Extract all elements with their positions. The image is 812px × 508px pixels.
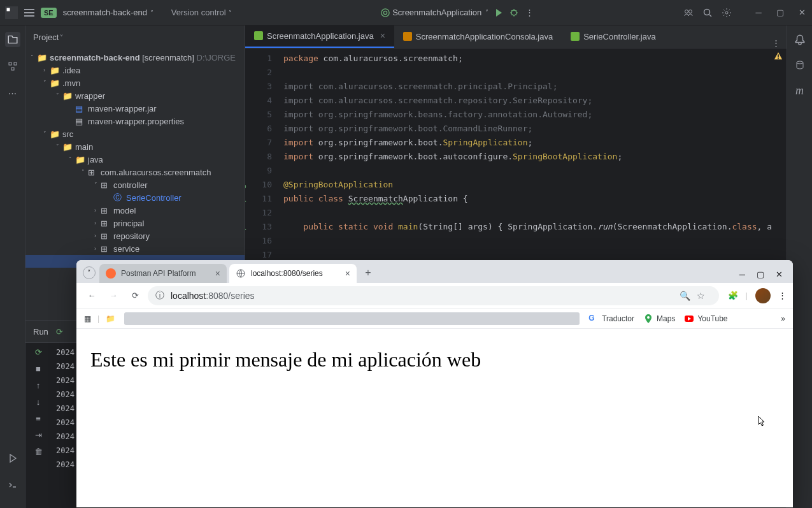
settings-icon[interactable] — [722, 8, 732, 18]
soft-wrap-icon[interactable]: ≡ — [33, 413, 43, 423]
rerun-icon[interactable]: ⟳ — [55, 326, 65, 337]
svg-rect-7 — [9, 62, 11, 65]
tree-maven-jar[interactable]: ▤maven-wrapper.jar — [25, 102, 245, 115]
more-tools-icon[interactable]: ⋯ — [5, 85, 20, 101]
run-tool-icon[interactable] — [5, 451, 20, 466]
browser-tab-postman[interactable]: Postman API Platform × — [99, 264, 227, 283]
page-body-text: Este es mi primir mensaje de mi aplicaci… — [90, 348, 481, 371]
close-icon[interactable]: ✕ — [797, 8, 807, 18]
bookmark-traductor[interactable]: GTraductor — [588, 314, 634, 324]
warning-icon — [774, 52, 783, 61]
tabs-more-icon[interactable]: ⋮ — [766, 38, 787, 48]
browser-window: ˅ Postman API Platform × localhost:8080/… — [76, 260, 793, 507]
site-info-icon[interactable]: ⓘ — [155, 290, 164, 301]
terminal-tool-icon[interactable] — [5, 477, 20, 493]
extensions-icon[interactable]: 🧩 — [728, 291, 738, 300]
editor-tab-screenmatch-app[interactable]: ScreenmatchApplication.java× — [245, 25, 394, 48]
code-with-me-icon[interactable] — [683, 8, 694, 18]
zoom-icon[interactable]: 🔍 — [680, 291, 690, 301]
se-badge: SE — [41, 8, 57, 18]
rerun-icon[interactable]: ⟳ — [33, 347, 43, 357]
mouse-cursor-icon — [758, 416, 767, 430]
svg-point-5 — [704, 9, 710, 15]
tree-controller[interactable]: ˅⊞controller — [25, 178, 245, 191]
database-icon[interactable] — [792, 57, 808, 73]
run-icon[interactable] — [494, 8, 504, 18]
minimize-icon[interactable]: ─ — [753, 8, 764, 18]
project-tool-icon[interactable] — [5, 32, 20, 47]
browser-tab-localhost[interactable]: localhost:8080/series × — [229, 264, 357, 283]
reload-icon[interactable]: ⟳ — [126, 287, 144, 305]
tree-model[interactable]: ›⊞model — [25, 204, 245, 217]
bookmarks-overflow-icon[interactable]: » — [781, 314, 785, 323]
left-tool-rail: ⋯ — [0, 25, 25, 508]
app-icon — [5, 6, 18, 19]
structure-tool-icon[interactable] — [5, 59, 20, 74]
search-icon[interactable] — [702, 8, 713, 18]
tree-main[interactable]: ˅📁main — [25, 140, 245, 153]
editor-tab-serie-controller[interactable]: SerieController.java — [562, 25, 664, 48]
svg-point-4 — [689, 10, 692, 13]
scroll-end-icon[interactable]: ⇥ — [33, 430, 43, 440]
tree-repository[interactable]: ›⊞repository — [25, 229, 245, 242]
notifications-icon[interactable] — [792, 32, 808, 47]
run-panel-title: Run — [33, 327, 48, 337]
tab-close-icon[interactable]: × — [380, 31, 385, 41]
svg-rect-1 — [7, 8, 10, 11]
tree-idea[interactable]: ›📁.idea — [25, 64, 245, 76]
apps-grid-icon[interactable]: ▦ — [84, 314, 91, 323]
browser-close-icon[interactable]: ✕ — [776, 270, 783, 279]
address-bar[interactable]: ⓘ localhost:8080/series 🔍 ☆ — [148, 286, 719, 305]
more-actions-icon[interactable]: ⋮ — [524, 8, 534, 18]
titlebar: SE screenmatch-back-end ˅ Version contro… — [0, 0, 812, 25]
bookmark-maps[interactable]: Maps — [643, 314, 675, 324]
editor-tab-consola[interactable]: ScreenmatchApplicationConsola.java — [394, 25, 562, 48]
svg-point-12 — [797, 61, 803, 64]
editor-tabs: ScreenmatchApplication.java× Screenmatch… — [245, 25, 787, 48]
tree-java[interactable]: ˅📁java — [25, 153, 245, 166]
browser-toolbar: ← → ⟳ ⓘ localhost:8080/series 🔍 ☆ 🧩 | ⋮ — [76, 283, 793, 308]
tree-package[interactable]: ˅⊞com.aluracursos.screenmatch — [25, 166, 245, 178]
run-config-dropdown[interactable]: ScreenmatchApplication ˅ — [381, 8, 488, 17]
tree-principal[interactable]: ›⊞principal — [25, 217, 245, 229]
profile-avatar[interactable] — [755, 288, 771, 303]
browser-tab-strip: ˅ Postman API Platform × localhost:8080/… — [76, 260, 793, 283]
browser-tab-search-icon[interactable]: ˅ — [83, 266, 96, 279]
project-panel-header[interactable]: Project ˅ — [25, 25, 245, 48]
tree-serie-controller[interactable]: ⒸSerieController — [25, 191, 245, 204]
bookmark-youtube[interactable]: YouTube — [684, 314, 727, 324]
down-icon[interactable]: ↓ — [33, 396, 43, 407]
maven-icon[interactable]: m — [792, 83, 808, 98]
stop-icon[interactable]: ■ — [33, 363, 43, 374]
bookmarks-bar: ▦ | 📁 GTraductor Maps YouTube » — [76, 308, 793, 329]
maximize-icon[interactable]: ▢ — [775, 8, 785, 18]
svg-point-14 — [647, 316, 650, 319]
version-control-menu[interactable]: Version control ˅ — [171, 8, 232, 17]
forward-icon[interactable]: → — [104, 287, 122, 305]
debug-icon[interactable] — [509, 8, 519, 18]
project-dropdown[interactable]: screenmatch-back-end ˅ — [63, 8, 153, 17]
tree-wrapper[interactable]: ˅📁wrapper — [25, 89, 245, 102]
bookmark-folder-icon[interactable]: 📁 — [106, 314, 115, 323]
tree-service[interactable]: ›⊞service — [25, 242, 245, 255]
svg-rect-10 — [778, 54, 779, 57]
tree-maven-props[interactable]: ▤maven-wrapper.properties — [25, 115, 245, 127]
trash-icon[interactable]: 🗑 — [33, 446, 43, 456]
tab-close-icon[interactable]: × — [215, 268, 220, 279]
browser-menu-icon[interactable]: ⋮ — [778, 291, 787, 300]
tab-close-icon[interactable]: × — [345, 268, 350, 279]
back-icon[interactable]: ← — [83, 287, 101, 305]
svg-rect-8 — [14, 62, 17, 65]
browser-maximize-icon[interactable]: ▢ — [757, 270, 764, 279]
up-icon[interactable]: ↑ — [33, 380, 43, 390]
browser-minimize-icon[interactable]: ─ — [739, 270, 745, 279]
bookmark-star-icon[interactable]: ☆ — [697, 291, 705, 301]
tree-mvn[interactable]: ˅📁.mvn — [25, 76, 245, 89]
tree-src[interactable]: ˅📁src — [25, 127, 245, 140]
svg-rect-11 — [778, 58, 779, 59]
main-menu-icon[interactable] — [24, 9, 34, 17]
new-tab-button[interactable]: + — [359, 264, 377, 282]
tree-root[interactable]: ˅📁screenmatch-back-end [screenmatch] D:\… — [25, 51, 245, 64]
bookmark-search-bar[interactable] — [124, 312, 580, 325]
postman-icon — [106, 268, 116, 279]
